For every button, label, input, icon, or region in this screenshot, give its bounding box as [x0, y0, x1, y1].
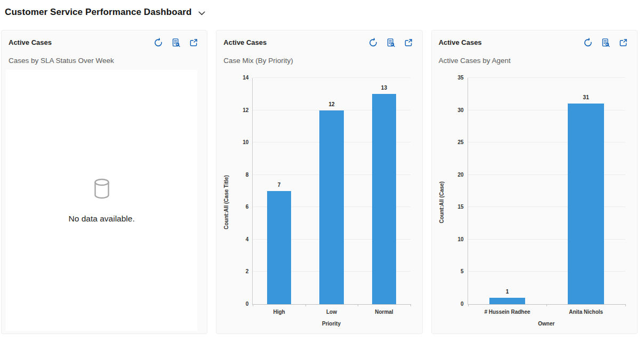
view-records-icon[interactable] [601, 37, 611, 47]
panel-active-cases-by-agent: Active Cases Active Cases by Agent Count… [431, 30, 638, 334]
chart-subtitle: Case Mix (By Priority) [223, 57, 414, 65]
y-tick-label: 0 [442, 300, 464, 308]
x-axis-tick [358, 304, 358, 306]
x-axis-tick [410, 304, 411, 306]
bar-data-label: 7 [253, 182, 305, 188]
bar-data-label: 13 [358, 85, 410, 91]
category-slot: 1# Hussein Radhee [468, 78, 547, 304]
x-axis-label: Priority [252, 321, 410, 327]
database-cylinder-icon [92, 178, 112, 202]
category-slot: 13Normal [358, 78, 410, 304]
no-data-area: No data available. [6, 70, 197, 331]
chevron-down-icon[interactable] [198, 10, 205, 15]
x-axis-tick [468, 304, 469, 306]
page-title[interactable]: Customer Service Performance Dashboard [5, 7, 192, 18]
panel-cases-by-sla-status: Active Cases Cases by SLA Status Over We… [1, 30, 207, 334]
view-records-icon[interactable] [386, 37, 396, 47]
y-tick-label: 25 [442, 139, 464, 146]
chart-subtitle: Cases by SLA Status Over Week [9, 57, 199, 65]
y-tick-label: 6 [227, 203, 248, 211]
y-tick-label: 5 [442, 268, 464, 275]
bar-chart-cases-by-agent: Count:All (Case) 051015202530351# Hussei… [468, 78, 625, 327]
y-tick-label: 30 [442, 107, 464, 114]
refresh-icon[interactable] [153, 37, 163, 47]
panel-title: Active Cases [223, 38, 267, 46]
panel-header: Active Cases [432, 30, 637, 47]
category-slot: 12Low [305, 78, 358, 304]
view-records-icon[interactable] [171, 37, 181, 47]
chart-subtitle: Active Cases by Agent [439, 57, 630, 65]
popout-icon[interactable] [404, 37, 414, 47]
y-tick-label: 4 [227, 236, 248, 243]
y-tick-label: 0 [227, 300, 248, 308]
plot-area: 024681012147High12Low13Normal [252, 78, 410, 305]
bar-data-label: 31 [546, 94, 625, 100]
x-axis-tick [253, 304, 253, 306]
x-axis-label: Owner [468, 321, 625, 327]
x-axis-tick [625, 304, 626, 306]
plot-area: 051015202530351# Hussein Radhee31Anita N… [468, 78, 625, 305]
dashboard-header: Customer Service Performance Dashboard [0, 0, 644, 20]
y-tick-label: 15 [442, 203, 464, 211]
y-axis-label: Count:All (Case) [439, 181, 445, 223]
y-tick-label: 35 [442, 74, 464, 82]
x-axis-tick [546, 304, 547, 306]
panel-actions [583, 37, 629, 47]
popout-icon[interactable] [618, 37, 629, 47]
y-tick-label: 12 [227, 107, 248, 114]
panel-actions [153, 37, 198, 47]
refresh-icon[interactable] [583, 37, 593, 47]
panel-actions [368, 37, 414, 47]
chart-bar[interactable] [568, 104, 604, 304]
bar-chart-case-mix: Count:All (Case Title) 024681012147High1… [252, 78, 410, 327]
dashboard-panels: Active Cases Cases by SLA Status Over We… [0, 20, 644, 334]
y-tick-label: 14 [227, 74, 248, 82]
y-tick-label: 2 [227, 268, 248, 275]
panel-header: Active Cases [216, 30, 422, 47]
x-axis-tick [305, 304, 306, 306]
y-tick-label: 8 [227, 171, 248, 179]
category-slot: 31Anita Nichols [546, 78, 625, 304]
y-tick-label: 10 [442, 236, 464, 243]
y-tick-label: 10 [227, 139, 248, 146]
category-slot: 7High [253, 78, 305, 304]
chart-bar[interactable] [372, 94, 396, 304]
panel-title: Active Cases [9, 38, 52, 46]
category-label: Normal [345, 309, 424, 315]
y-tick-label: 20 [442, 171, 464, 179]
panel-title: Active Cases [439, 38, 482, 46]
no-data-message: No data available. [69, 214, 135, 224]
chart-bar[interactable] [319, 110, 343, 304]
popout-icon[interactable] [188, 37, 198, 47]
panel-header: Active Cases [2, 30, 207, 47]
chart-bar[interactable] [267, 191, 291, 304]
y-axis-label: Count:All (Case Title) [223, 175, 229, 229]
bar-data-label: 12 [305, 101, 358, 107]
bar-data-label: 1 [468, 289, 547, 295]
refresh-icon[interactable] [368, 37, 379, 47]
chart-bar[interactable] [489, 298, 526, 304]
category-label: Anita Nichols [527, 309, 644, 315]
panel-case-mix-by-priority: Active Cases Case Mix (By Priority) Coun… [216, 30, 422, 334]
